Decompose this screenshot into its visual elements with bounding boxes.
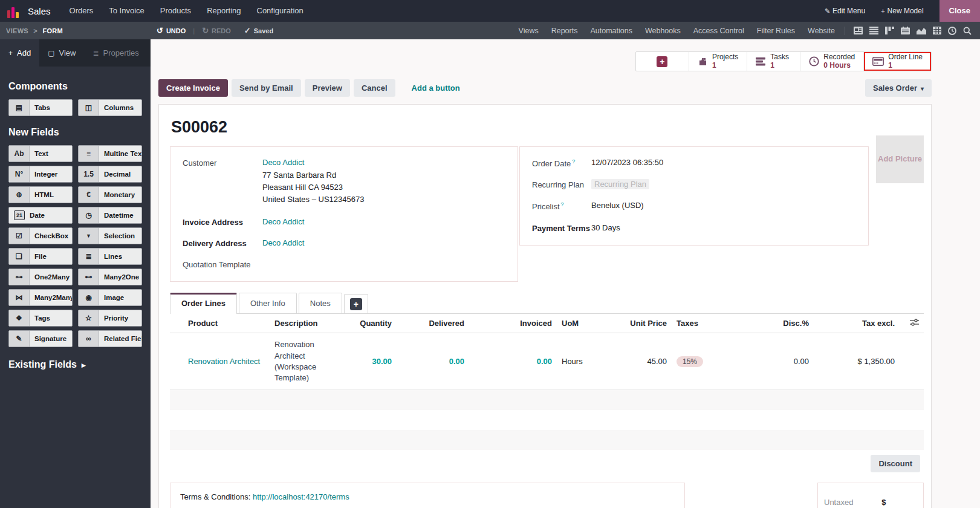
line-invoiced[interactable]: 0.00 [537, 357, 552, 366]
line-quantity[interactable]: 30.00 [372, 357, 392, 366]
field-html[interactable]: ⊕HTML [8, 186, 73, 203]
col-uom[interactable]: UoM [557, 314, 605, 333]
field-invoice-address[interactable]: Invoice Address Deco Addict [183, 217, 511, 227]
field-lines[interactable]: ≣Lines [78, 248, 142, 265]
list-view-icon[interactable] [869, 27, 878, 34]
tax-badge[interactable]: 15% [677, 356, 703, 367]
calendar-view-icon[interactable] [901, 27, 910, 34]
add-a-button-link[interactable]: Add a button [404, 79, 468, 97]
cancel-button[interactable]: Cancel [354, 79, 395, 97]
col-tax-excl[interactable]: Tax excl. [814, 314, 900, 333]
field-monetary[interactable]: €Monetary [78, 186, 142, 203]
product-link[interactable]: Renovation Architect [188, 357, 260, 366]
field-many2many[interactable]: ⋈Many2Many [8, 289, 73, 306]
field-selection[interactable]: ▼Selection [78, 227, 142, 244]
existing-fields-toggle[interactable]: Existing Fields▸ [8, 359, 142, 370]
field-delivery-address[interactable]: Delivery Address Deco Addict [183, 238, 511, 248]
tab-reports[interactable]: Reports [551, 27, 578, 35]
tab-automations[interactable]: Automations [590, 27, 632, 35]
add-picture-button[interactable]: Add Picture [876, 135, 924, 183]
form-view-icon[interactable] [854, 27, 863, 34]
field-tags[interactable]: ❖Tags [8, 310, 73, 327]
col-quantity[interactable]: Quantity [330, 314, 397, 333]
new-model-button[interactable]: +New Model [881, 7, 923, 15]
customer-link[interactable]: Deco Addict [262, 158, 304, 167]
tab-other-info[interactable]: Other Info [239, 293, 297, 313]
menu-configuration[interactable]: Configuration [249, 0, 311, 22]
component-columns[interactable]: ◫Columns [78, 99, 142, 116]
record-name[interactable]: S00062 [170, 118, 924, 137]
field-multiline-text[interactable]: ≡Multine Text [78, 145, 142, 162]
field-payment-terms[interactable]: Payment Terms 30 Days [532, 223, 862, 233]
field-one2many[interactable]: ⊶One2Many [8, 269, 73, 285]
field-customer[interactable]: Customer Deco Addict 77 Santa Barbara Rd… [183, 158, 511, 206]
kanban-view-icon[interactable] [885, 27, 894, 34]
field-date[interactable]: 21Date [8, 207, 73, 224]
tab-filter-rules[interactable]: Filter Rules [757, 27, 795, 35]
col-invoiced[interactable]: Invoiced [469, 314, 557, 333]
field-datetime[interactable]: ◷Datetime [78, 207, 142, 224]
field-related[interactable]: ∞Related Field [78, 330, 142, 347]
field-file[interactable]: ❏File [8, 248, 73, 265]
redo-button[interactable]: ↻REDO [202, 26, 231, 35]
tab-notes[interactable]: Notes [299, 293, 342, 313]
field-many2one[interactable]: ⊷Many2One [78, 269, 142, 285]
col-unit-price[interactable]: Unit Price [605, 314, 672, 333]
line-unit-price[interactable]: 45.00 [605, 333, 672, 390]
tab-order-lines[interactable]: Order Lines [170, 293, 237, 314]
field-text[interactable]: AbText [8, 145, 73, 162]
tab-access-control[interactable]: Access Control [693, 27, 744, 35]
create-invoice-button[interactable]: Create Invoice [158, 79, 228, 97]
breadcrumb-views[interactable]: VIEWS [6, 27, 28, 34]
tab-views[interactable]: Views [519, 27, 539, 35]
right-field-group[interactable]: Order Date? 12/07/2023 06:35:50 Recurrin… [519, 146, 869, 246]
add-stat-button[interactable]: + [636, 52, 689, 71]
stat-button-order-line[interactable]: Order Line1 [864, 52, 931, 71]
field-image[interactable]: ◉Image [78, 289, 142, 306]
tab-webhooks[interactable]: Webhooks [645, 27, 681, 35]
col-product[interactable]: Product [170, 314, 270, 333]
line-delivered[interactable]: 0.00 [449, 357, 464, 366]
pivot-view-icon[interactable] [933, 27, 941, 34]
field-priority[interactable]: ☆Priority [78, 310, 142, 327]
field-recurring-plan[interactable]: Recurring Plan Recurring Plan [532, 180, 862, 189]
terms-and-conditions[interactable]: Terms & Conditions: http://localhost:421… [170, 483, 685, 508]
sidebar-tab-properties[interactable]: ≣Properties [84, 39, 147, 67]
delivery-address-link[interactable]: Deco Addict [262, 238, 304, 247]
left-field-group[interactable]: Customer Deco Addict 77 Santa Barbara Rd… [170, 146, 518, 282]
col-taxes[interactable]: Taxes [672, 314, 729, 333]
menu-to-invoice[interactable]: To Invoice [101, 0, 152, 22]
menu-reporting[interactable]: Reporting [199, 0, 248, 22]
send-by-email-button[interactable]: Send by Email [232, 79, 301, 97]
field-quotation-template[interactable]: Quotation Template [183, 259, 511, 269]
tab-website[interactable]: Website [808, 27, 835, 35]
col-delivered[interactable]: Delivered [397, 314, 469, 333]
optional-columns-icon[interactable] [910, 319, 919, 328]
activity-view-icon[interactable] [948, 27, 956, 35]
col-description[interactable]: Description [270, 314, 330, 333]
order-line-row[interactable]: Renovation Architect Renovation Architec… [170, 333, 924, 390]
preview-button[interactable]: Preview [305, 79, 350, 97]
field-checkbox[interactable]: ☑CheckBox [8, 227, 73, 244]
line-disc[interactable]: 0.00 [729, 333, 814, 390]
field-signature[interactable]: ✎Signature [8, 330, 73, 347]
menu-orders[interactable]: Orders [62, 0, 102, 22]
invoice-address-link[interactable]: Deco Addict [262, 217, 304, 226]
undo-button[interactable]: ↺UNDO [157, 26, 186, 35]
field-decimal[interactable]: 1.5Decimal [78, 166, 142, 183]
close-studio-button[interactable]: Close [939, 0, 980, 22]
field-pricelist[interactable]: Pricelist? Benelux (USD) [532, 201, 862, 211]
discount-button[interactable]: Discount [871, 455, 920, 472]
field-order-date[interactable]: Order Date? 12/07/2023 06:35:50 [532, 158, 862, 168]
odoo-sales-app-icon[interactable] [7, 4, 22, 18]
field-integer[interactable]: N°Integer [8, 166, 73, 183]
add-tab-button[interactable]: + [344, 294, 368, 313]
app-name[interactable]: Sales [28, 6, 51, 16]
sales-order-type-button[interactable]: Sales Order▾ [865, 79, 932, 97]
col-disc[interactable]: Disc.% [729, 314, 814, 333]
search-view-icon[interactable] [963, 27, 972, 35]
stat-button-recorded[interactable]: Recorded0 Hours [800, 52, 864, 71]
sidebar-tab-add[interactable]: +Add [0, 39, 39, 67]
component-tabs[interactable]: ▤Tabs [8, 99, 73, 116]
graph-view-icon[interactable] [917, 27, 926, 34]
